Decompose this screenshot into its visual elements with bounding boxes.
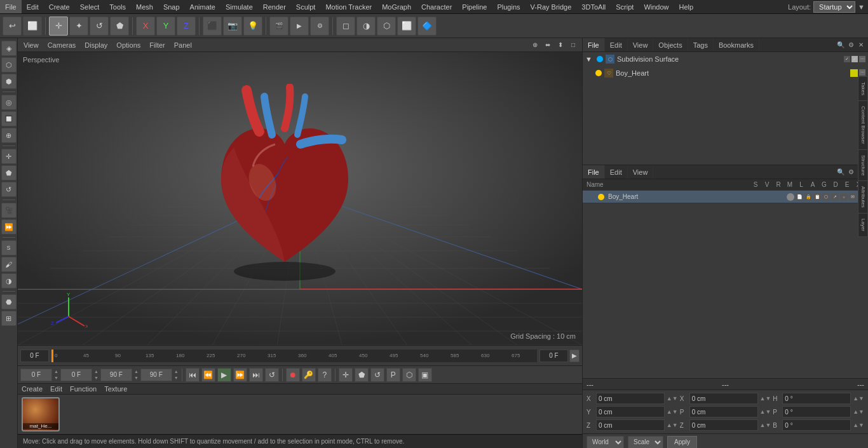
obj-color-heart[interactable] (850, 69, 858, 77)
move-tool-pb[interactable]: ✛ (339, 368, 353, 382)
cube-button[interactable]: ⬛ (203, 17, 222, 36)
attr-tab-file[interactable]: File (583, 165, 605, 179)
attr-ctrl-r[interactable]: 🔒 (804, 193, 812, 201)
coord-value-b[interactable]: 0 ° (782, 419, 851, 431)
coord-arrow-x[interactable]: ▲▼ (667, 395, 678, 402)
menu-vray[interactable]: V-Ray Bridge (526, 0, 577, 13)
side-tab-attributes[interactable]: Attributes (858, 180, 868, 213)
menu-character[interactable]: Character (416, 0, 457, 13)
timeline-bar[interactable]: 0 45 90 135 180 225 270 315 360 405 450 … (51, 350, 537, 362)
menu-pipeline[interactable]: Pipeline (457, 0, 492, 13)
obj-tab-file[interactable]: File (583, 38, 605, 51)
timeline-end-field[interactable]: 0 F (539, 350, 568, 362)
camera-button[interactable]: 📷 (223, 17, 242, 36)
floor-button[interactable]: ⬜ (397, 17, 416, 36)
left-tool-anim[interactable]: ⏩ (1, 219, 17, 234)
coord-arrow-z[interactable]: ▲▼ (667, 422, 678, 428)
side-tab-content-browser[interactable]: Content Browser (858, 100, 868, 149)
attr-gear-icon[interactable]: ⚙ (846, 168, 855, 177)
vp-menu-cameras[interactable]: Cameras (46, 41, 78, 49)
left-tool-polygons[interactable]: ⬢ (1, 74, 17, 89)
menu-animate[interactable]: Animate (185, 0, 220, 13)
axis-z-button[interactable]: Z (177, 17, 196, 36)
undo-button[interactable]: ↩ (3, 17, 22, 36)
menu-file[interactable]: File (0, 0, 22, 13)
select-tool-button[interactable]: ✛ (49, 17, 68, 36)
vp-menu-view[interactable]: View (22, 41, 41, 49)
viewport-shading-button[interactable]: ◑ (356, 17, 376, 36)
layout-select[interactable]: Startup (813, 1, 855, 13)
object-subdivision[interactable]: ▼ ⬡ Subdivision Surface ✓ ✓ ⋯ (583, 52, 868, 66)
preset-button[interactable]: P (386, 368, 400, 382)
redo-button[interactable]: ⬜ (23, 17, 42, 36)
menu-plugins[interactable]: Plugins (492, 0, 525, 13)
side-tab-takes[interactable]: Takes (858, 76, 868, 100)
rotate-tool-pb[interactable]: ↺ (370, 368, 384, 382)
obj-tab-objects[interactable]: Objects (653, 38, 688, 51)
obj-tab-view[interactable]: View (628, 38, 654, 51)
attr-ctrl-a[interactable]: ↗ (831, 193, 839, 201)
attr-ctrl-v[interactable]: 📄 (796, 193, 803, 201)
coord-arrow-h[interactable]: ▲▼ (853, 395, 864, 402)
play-end-button[interactable]: ⏭ (249, 368, 263, 382)
attr-ctrl-e[interactable]: ✉ (849, 193, 857, 201)
coord-value-h[interactable]: 0 ° (782, 393, 851, 404)
apply-button[interactable]: Apply (667, 436, 697, 449)
scale-tool-pb[interactable]: ⬟ (355, 368, 369, 382)
left-tool-model[interactable]: ◎ (1, 95, 17, 110)
left-tool-edges[interactable]: ⬡ (1, 57, 17, 72)
coord-arrow-y[interactable]: ▲▼ (667, 409, 678, 415)
coord-arrow-b[interactable]: ▲▼ (853, 422, 864, 428)
scale-dropdown[interactable]: Scale Size (628, 436, 663, 449)
left-tool-camera[interactable]: 🎥 (1, 203, 17, 218)
render-settings-button[interactable]: ⚙ (310, 17, 329, 36)
left-tool-scale[interactable]: ⬟ (1, 165, 17, 180)
viewport-wireframe-button[interactable]: ⬡ (377, 17, 396, 36)
play-button[interactable]: ▶ (217, 368, 231, 382)
coord-arrow-p[interactable]: ▲▼ (760, 409, 771, 415)
rotate-tool-button[interactable]: ↺ (90, 17, 109, 36)
left-tool-axis[interactable]: ⊕ (1, 128, 17, 143)
left-tool-points[interactable]: ◈ (1, 41, 17, 56)
menu-snap[interactable]: Snap (158, 0, 185, 13)
help-button[interactable]: ? (318, 368, 332, 382)
coord-value-p2[interactable]: 0 ° (782, 406, 851, 417)
left-tool-s[interactable]: S (1, 240, 17, 255)
attr-ctrl-d[interactable]: ⬦ (840, 193, 848, 201)
vp-icon-3[interactable]: ⬍ (555, 40, 566, 50)
menu-mesh[interactable]: Mesh (131, 0, 158, 13)
viewport-canvas[interactable]: Perspective Grid Spacing : 10 cm X Y Z (18, 52, 582, 345)
render-region-button[interactable]: 🎬 (269, 17, 288, 36)
playback-end-field[interactable] (100, 369, 132, 381)
coord-arrow-p2[interactable]: ▲▼ (853, 409, 864, 415)
menu-create[interactable]: Create (44, 0, 75, 13)
menu-select[interactable]: Select (75, 0, 105, 13)
axis-x-button[interactable]: X (136, 17, 155, 36)
obj-check2-icon[interactable]: ✓ (851, 56, 858, 62)
coord-arrow-x2[interactable]: ▲▼ (760, 395, 771, 402)
play-loop-button[interactable]: ↺ (265, 368, 279, 382)
vp-menu-filter[interactable]: Filter (147, 41, 166, 49)
menu-render[interactable]: Render (258, 0, 291, 13)
obj-dots-icon[interactable]: ⋯ (859, 56, 865, 62)
coord-value-x[interactable]: 0 cm (596, 393, 665, 404)
side-tab-structure[interactable]: Structure (858, 149, 868, 180)
menu-simulate[interactable]: Simulate (220, 0, 258, 13)
obj-close-icon[interactable]: ✕ (857, 41, 865, 50)
menu-motion-tracker[interactable]: Motion Tracker (320, 0, 377, 13)
obj-check-icon[interactable]: ✓ (844, 56, 850, 62)
menu-mograph[interactable]: MoGraph (377, 0, 416, 13)
timeline-start-field[interactable]: 0 F (20, 350, 49, 362)
attr-search-icon[interactable]: 🔍 (836, 168, 845, 177)
autokey-button[interactable]: 🔑 (302, 368, 316, 382)
vp-menu-panel[interactable]: Panel (172, 41, 194, 49)
vp-icon-2[interactable]: ⬌ (543, 40, 553, 50)
obj-gear-icon[interactable]: ⚙ (846, 41, 855, 50)
mat-function[interactable]: Function (70, 385, 97, 393)
left-tool-sculpt-2[interactable]: ◑ (1, 273, 17, 288)
world-dropdown[interactable]: World Local Object (587, 436, 624, 449)
record-button[interactable]: ⏺ (286, 368, 300, 382)
menu-window[interactable]: Window (639, 0, 674, 13)
viewport-solo-button[interactable]: ◻ (336, 17, 355, 36)
left-tool-texture[interactable]: 🔲 (1, 111, 17, 126)
